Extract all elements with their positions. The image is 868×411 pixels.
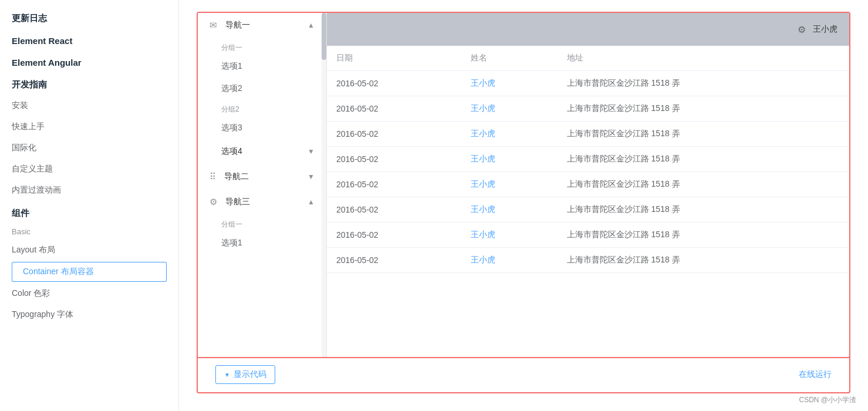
col-header-date: 日期 [327, 46, 461, 71]
sidebar-item-typography[interactable]: Typography 字体 [0, 304, 178, 325]
cell-date-4: 2016-05-02 [327, 172, 461, 197]
table-row: 2016-05-02 王小虎 上海市普陀区金沙江路 1518 弄 [327, 197, 849, 223]
sidebar-item-layout[interactable]: Layout 布局 [0, 240, 178, 261]
cell-name-7[interactable]: 王小虎 [461, 248, 558, 273]
sidebar-item-transitions[interactable]: 内置过渡动画 [0, 180, 178, 201]
cell-date-6: 2016-05-02 [327, 223, 461, 248]
cell-name-2[interactable]: 王小虎 [461, 122, 558, 147]
cell-date-0: 2016-05-02 [327, 71, 461, 96]
table-row: 2016-05-02 王小虎 上海市普陀区金沙江路 1518 弄 [327, 248, 849, 273]
sidebar-item-theme[interactable]: 自定义主题 [0, 159, 178, 180]
cell-name-5[interactable]: 王小虎 [461, 197, 558, 223]
cell-address-1: 上海市普陀区金沙江路 1518 弄 [558, 96, 849, 122]
mail-icon: ✉ [210, 20, 217, 31]
demo-header: ⚙ 王小虎 [327, 13, 849, 46]
nav-sub-item-option1[interactable]: 选项1 [198, 55, 326, 78]
nav-item-one-label: ✉ 导航一 [210, 20, 250, 31]
nav-two-text: 导航二 [224, 171, 249, 182]
online-run-link[interactable]: 在线运行 [799, 369, 832, 380]
cell-name-3[interactable]: 王小虎 [461, 147, 558, 172]
nav-item-one[interactable]: ✉ 导航一 ▲ [198, 13, 326, 38]
table-row: 2016-05-02 王小虎 上海市普陀区金沙江路 1518 弄 [327, 122, 849, 147]
nav-sub-item-option4-label: 选项4 [221, 146, 242, 157]
cell-name-0[interactable]: 王小虎 [461, 71, 558, 96]
nav-three-text: 导航三 [225, 197, 250, 207]
show-code-label: 显示代码 [234, 369, 266, 380]
demo-table-area: ⚙ 王小虎 日期 姓名 地址 2016-05-02 王小虎 上 [327, 13, 849, 357]
grid-icon: ⠿ [210, 171, 216, 182]
sidebar-item-install[interactable]: 安装 [0, 95, 178, 116]
nav-one-arrow: ▲ [308, 21, 315, 29]
nav-group-two-title: 分组2 [198, 100, 326, 117]
sidebar-item-color[interactable]: Color 色彩 [0, 283, 178, 304]
cell-date-3: 2016-05-02 [327, 147, 461, 172]
cell-address-0: 上海市普陀区金沙江路 1518 弄 [558, 71, 849, 96]
option4-arrow: ▼ [308, 147, 315, 156]
sidebar-item-i18n[interactable]: 国际化 [0, 137, 178, 159]
cell-address-2: 上海市普陀区金沙江路 1518 弄 [558, 122, 849, 147]
cell-date-1: 2016-05-02 [327, 96, 461, 122]
cell-address-4: 上海市普陀区金沙江路 1518 弄 [558, 172, 849, 197]
col-header-name: 姓名 [461, 46, 558, 71]
cell-address-3: 上海市普陀区金沙江路 1518 弄 [558, 147, 849, 172]
cell-date-5: 2016-05-02 [327, 197, 461, 223]
table-wrapper: 日期 姓名 地址 2016-05-02 王小虎 上海市普陀区金沙江路 1518 … [327, 46, 849, 357]
cell-date-7: 2016-05-02 [327, 248, 461, 273]
settings-icon: ⚙ [210, 197, 217, 207]
nav-item-two-label: ⠿ 导航二 [210, 171, 249, 182]
col-header-address: 地址 [558, 46, 849, 71]
nav-sub-item-option3[interactable]: 选项3 [198, 117, 326, 139]
nav-scrollbar-track[interactable] [322, 13, 326, 357]
nav-sub-item-option2[interactable]: 选项2 [198, 78, 326, 100]
nav-group-one-title: 分组一 [198, 38, 326, 55]
section-title-changelog: 更新日志 [0, 6, 178, 29]
table-row: 2016-05-02 王小虎 上海市普陀区金沙江路 1518 弄 [327, 223, 849, 248]
show-code-button[interactable]: ▼ 显示代码 [215, 365, 275, 384]
subsection-basic: Basic [0, 224, 178, 240]
attribution-text: CSDN @小小学渣 [799, 395, 856, 405]
header-username: 王小虎 [813, 24, 837, 35]
section-title-components: 组件 [0, 201, 178, 224]
table-row: 2016-05-02 王小虎 上海市普陀区金沙江路 1518 弄 [327, 71, 849, 96]
nav-one-text: 导航一 [225, 20, 250, 31]
show-code-arrow-icon: ▼ [224, 372, 230, 378]
table-row: 2016-05-02 王小虎 上海市普陀区金沙江路 1518 弄 [327, 96, 849, 122]
nav-scrollbar-thumb[interactable] [322, 13, 326, 60]
cell-name-1[interactable]: 王小虎 [461, 96, 558, 122]
nav-item-three-label: ⚙ 导航三 [210, 197, 250, 207]
main-content: ✉ 导航一 ▲ 分组一 选项1 选项2 分组2 选项3 选项4 ▼ ⠿ 导航二 … [179, 0, 868, 411]
cell-date-2: 2016-05-02 [327, 122, 461, 147]
sidebar-item-quickstart[interactable]: 快速上手 [0, 116, 178, 137]
nav-item-three[interactable]: ⚙ 导航三 ▲ [198, 190, 326, 215]
nav-three-sub-item-option1[interactable]: 选项1 [198, 232, 326, 254]
header-settings-icon[interactable]: ⚙ [798, 24, 806, 35]
cell-address-5: 上海市普陀区金沙江路 1518 弄 [558, 197, 849, 223]
table-row: 2016-05-02 王小虎 上海市普陀区金沙江路 1518 弄 [327, 172, 849, 197]
cell-address-7: 上海市普陀区金沙江路 1518 弄 [558, 248, 849, 273]
bottom-bar: ▼ 显示代码 在线运行 [197, 357, 850, 393]
nav-group-three-title: 分组一 [198, 215, 326, 232]
table-header-row: 日期 姓名 地址 [327, 46, 849, 71]
cell-name-4[interactable]: 王小虎 [461, 172, 558, 197]
cell-name-6[interactable]: 王小虎 [461, 223, 558, 248]
data-table: 日期 姓名 地址 2016-05-02 王小虎 上海市普陀区金沙江路 1518 … [327, 46, 849, 273]
nav-three-arrow: ▲ [308, 198, 315, 206]
nav-item-two[interactable]: ⠿ 导航二 ▼ [198, 164, 326, 190]
cell-address-6: 上海市普陀区金沙江路 1518 弄 [558, 223, 849, 248]
sidebar-item-container[interactable]: Container 布局容器 [12, 262, 167, 282]
nav-sub-item-option4-row[interactable]: 选项4 ▼ [198, 139, 326, 164]
section-title-devguide: 开发指南 [0, 72, 178, 95]
demo-navigation-panel: ✉ 导航一 ▲ 分组一 选项1 选项2 分组2 选项3 选项4 ▼ ⠿ 导航二 … [198, 13, 327, 357]
demo-box: ✉ 导航一 ▲ 分组一 选项1 选项2 分组2 选项3 选项4 ▼ ⠿ 导航二 … [197, 12, 850, 358]
section-title-element-react: Element React [0, 29, 178, 50]
table-row: 2016-05-02 王小虎 上海市普陀区金沙江路 1518 弄 [327, 147, 849, 172]
left-sidebar: 更新日志 Element React Element Angular 开发指南 … [0, 0, 179, 411]
nav-two-arrow: ▼ [308, 173, 315, 181]
section-title-element-angular: Element Angular [0, 50, 178, 72]
